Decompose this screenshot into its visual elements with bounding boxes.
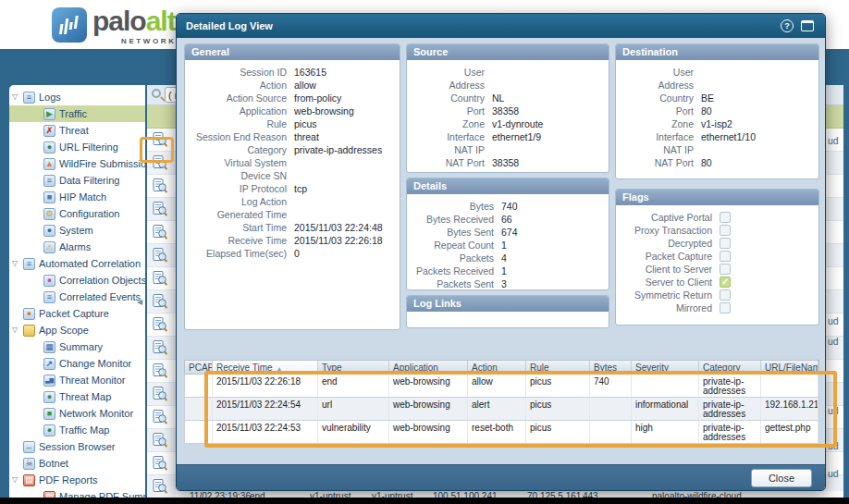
log-detail-icon[interactable] bbox=[153, 456, 167, 471]
collapse-sidebar-icon[interactable]: ◀ bbox=[137, 298, 142, 306]
sidebar-item-traffic-map[interactable]: Traffic Map bbox=[9, 422, 145, 438]
maximize-icon[interactable] bbox=[801, 20, 814, 31]
field-label: Port bbox=[407, 105, 492, 117]
sidebar-item-pdf-reports[interactable]: PDF Reports bbox=[9, 472, 145, 488]
field-label: Virtual System bbox=[185, 157, 294, 168]
modal-title-bar[interactable]: Detailed Log View bbox=[177, 14, 825, 38]
log-detail-icon[interactable] bbox=[153, 410, 167, 424]
checkbox-proxy-transaction[interactable] bbox=[720, 225, 731, 236]
sidebar-item-threat-monitor[interactable]: Threat Monitor bbox=[9, 372, 145, 388]
sidebar-item-botnet[interactable]: Botnet bbox=[9, 455, 145, 472]
sidebar-item-label: Alarms bbox=[59, 241, 91, 252]
sidebar-item-label: Traffic Map bbox=[59, 424, 109, 436]
log-detail-icon[interactable] bbox=[153, 248, 167, 263]
log-detail-icon[interactable] bbox=[153, 271, 167, 286]
sidebar-item-label: Automated Correlation bbox=[39, 258, 141, 269]
sidebar-item-label: HIP Match bbox=[59, 191, 106, 203]
sidebar-item-label: Correlation Objects bbox=[59, 275, 145, 286]
sidebar-item-correlation-objects[interactable]: Correlation Objects bbox=[9, 272, 145, 289]
sidebar-item-manage-pdf-summary[interactable]: Manage PDF Summary bbox=[9, 488, 145, 498]
checkbox-decrypted[interactable] bbox=[720, 238, 731, 249]
sidebar-item-system[interactable]: System bbox=[9, 222, 145, 239]
packet-capture-icon bbox=[23, 308, 35, 320]
checkbox-captive-portal[interactable] bbox=[720, 212, 731, 223]
sidebar-item-packet-capture[interactable]: Packet Capture bbox=[9, 305, 145, 322]
checkbox-client-to-server[interactable] bbox=[720, 264, 731, 275]
general-panel: General Session ID163615 Actionallow Act… bbox=[184, 43, 400, 330]
field-value: 1 bbox=[501, 240, 507, 251]
field-label: Packets Sent bbox=[407, 278, 501, 289]
sidebar-item-session-browser[interactable]: Session Browser bbox=[9, 438, 145, 455]
field-label: Zone bbox=[407, 118, 492, 129]
clipped-cell-text: ud bbox=[828, 315, 839, 326]
sidebar-item-hip-match[interactable]: HIP Match bbox=[9, 189, 145, 205]
log-detail-icon[interactable] bbox=[153, 202, 167, 216]
field-label: Generated Time bbox=[185, 209, 294, 220]
field-label: Interface bbox=[616, 131, 701, 142]
log-detail-icon[interactable] bbox=[153, 225, 167, 240]
sidebar-item-summary[interactable]: Summary bbox=[9, 338, 145, 355]
sidebar-item-change-monitor[interactable]: Change Monitor bbox=[9, 355, 145, 372]
sidebar-item-label: Threat bbox=[59, 125, 89, 136]
log-detail-icon[interactable] bbox=[153, 387, 167, 401]
field-label: Country bbox=[407, 92, 492, 104]
field-label: Application bbox=[185, 105, 294, 117]
sidebar-item-threat-map[interactable]: Threat Map bbox=[9, 388, 145, 405]
bg-cell-type: end bbox=[250, 491, 265, 498]
field-label: Packets Received bbox=[407, 265, 501, 277]
modal-title: Detailed Log View bbox=[186, 20, 273, 31]
sidebar-item-alarms[interactable]: Alarms bbox=[9, 239, 145, 255]
checkbox-mirrored[interactable] bbox=[720, 302, 731, 313]
log-detail-icon[interactable] bbox=[153, 294, 167, 309]
field-value: 2015/11/03 22:24:48 bbox=[294, 222, 383, 233]
sidebar-item-url-filtering[interactable]: URL Filtering bbox=[9, 139, 145, 155]
logs-icon bbox=[23, 92, 35, 104]
checkbox-packet-capture[interactable] bbox=[720, 251, 731, 262]
correlated-events-icon bbox=[43, 291, 55, 303]
log-detail-icon[interactable] bbox=[153, 317, 167, 332]
pdf-reports-icon bbox=[23, 474, 35, 486]
sidebar-item-configuration[interactable]: Configuration bbox=[9, 205, 145, 222]
sidebar-item-correlated-events[interactable]: Correlated Events bbox=[9, 289, 145, 305]
field-label: NAT Port bbox=[616, 157, 701, 168]
close-button[interactable]: Close bbox=[751, 469, 812, 487]
session-browser-icon bbox=[23, 441, 35, 453]
summary-icon bbox=[43, 341, 55, 353]
sidebar-item-app-scope[interactable]: App Scope bbox=[9, 322, 145, 338]
field-label: Receive Time bbox=[185, 235, 294, 246]
configuration-icon bbox=[43, 208, 55, 220]
search-icon bbox=[152, 89, 161, 98]
alarms-icon bbox=[43, 241, 55, 253]
traffic-map-icon bbox=[43, 424, 55, 436]
clipped-cell-text: ud bbox=[828, 135, 839, 146]
manage-pdf-summary-icon bbox=[43, 491, 55, 498]
details-panel: Details Bytes740 Bytes Received66 Bytes … bbox=[406, 178, 609, 290]
log-detail-icon[interactable] bbox=[153, 363, 167, 378]
sidebar-item-traffic[interactable]: Traffic bbox=[9, 105, 145, 122]
sidebar-item-threat[interactable]: Threat bbox=[9, 122, 145, 139]
sidebar-item-network-monitor[interactable]: Network Monitor bbox=[9, 405, 145, 422]
field-value: private-ip-addresses bbox=[294, 144, 382, 155]
destination-panel-header: Destination bbox=[616, 44, 818, 60]
log-detail-icon[interactable] bbox=[153, 178, 167, 193]
checkbox-server-to-client[interactable] bbox=[720, 277, 731, 288]
sidebar-item-label: Correlated Events bbox=[59, 291, 141, 302]
bg-cell-application: paloalto-wildfire-cloud bbox=[652, 491, 742, 498]
field-value: allow bbox=[294, 80, 316, 91]
traffic-log-icon bbox=[43, 108, 55, 120]
sidebar-item-label: Threat Monitor bbox=[59, 375, 126, 386]
field-value: v1-isp2 bbox=[701, 118, 732, 129]
checkbox-symmetric-return[interactable] bbox=[720, 289, 731, 301]
log-detail-icon[interactable] bbox=[153, 340, 167, 355]
help-icon[interactable]: ? bbox=[781, 19, 794, 32]
sidebar-item-automated-correlation[interactable]: Automated Correlation bbox=[9, 255, 145, 272]
sidebar-item-wildfire-submissions[interactable]: WildFire Submissions bbox=[9, 155, 145, 172]
sidebar-item-data-filtering[interactable]: Data Filtering bbox=[9, 172, 145, 189]
field-value: ethernet1/10 bbox=[701, 131, 756, 142]
field-label: Interface bbox=[407, 131, 492, 142]
details-panel-header: Details bbox=[407, 178, 609, 194]
sidebar-item-logs[interactable]: Logs bbox=[9, 89, 145, 105]
log-detail-icon[interactable] bbox=[153, 479, 167, 494]
log-detail-icon[interactable] bbox=[153, 433, 167, 448]
field-value: 2015/11/03 22:26:18 bbox=[294, 235, 383, 246]
